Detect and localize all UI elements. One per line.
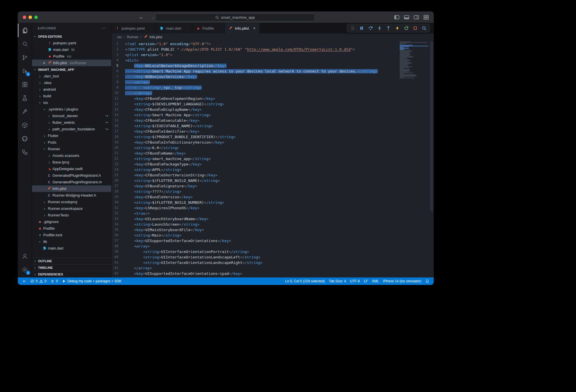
status-encoding[interactable]: UTF-8 [348, 277, 362, 285]
minimize-window-button[interactable] [29, 16, 32, 19]
status-cursor-position[interactable]: Ln 5, Col 5 (229 selected) [283, 277, 327, 285]
code-line[interactable]: 43 <key>UISupportedInterfaceOrientations… [112, 271, 396, 276]
debug-hot-reload-button[interactable] [395, 26, 400, 31]
tree-item-main-dart[interactable]: main.dart [32, 245, 111, 252]
tree-item-flutter[interactable]: ›Flutter [32, 132, 111, 139]
code-line[interactable]: 39 <string>UIInterfaceOrientationPortrai… [112, 249, 396, 254]
tree-item-path-provider-foundation[interactable]: ›path_provider_foundation↪ [32, 126, 111, 132]
code-line[interactable]: 30 <string>$(FLUTTER_BUILD_NUMBER)</stri… [112, 200, 396, 205]
code-line[interactable]: 26 <string>$(FLUTTER_BUILD_NAME)</string… [112, 178, 396, 183]
debug-inspect-button[interactable] [422, 26, 426, 31]
activity-settings[interactable]: 1 [18, 263, 32, 276]
code-line[interactable]: 34 <string>LaunchScreen</string> [112, 222, 396, 227]
code-line[interactable]: 31 <key>LSRequiresIPhoneOS</key> [112, 205, 396, 211]
code-line[interactable]: 27 <key>CFBundleSignature</key> [112, 183, 396, 189]
code-line[interactable]: 25 <key>CFBundleShortVersionString</key> [112, 172, 396, 178]
code-line[interactable]: 2<!DOCTYPE plist PUBLIC "-//Apple//DTD P… [112, 47, 396, 52]
tree-item-idea[interactable]: ›.idea [32, 79, 111, 86]
status-eol[interactable]: LF [362, 277, 370, 285]
code-line[interactable]: 12 <string>$(DEVELOPMENT_LANGUAGE)</stri… [112, 101, 396, 107]
workspace-header[interactable]: › SMART_MACHINE_APP [32, 66, 111, 73]
tree-item-base-lproj[interactable]: ›Base.lproj [32, 159, 111, 165]
activity-containers[interactable] [18, 118, 32, 132]
code-line[interactable]: 9····→ <string>_rpc._tcp</string> [112, 85, 396, 90]
section-timeline[interactable]: ›TIMELINE [32, 264, 111, 271]
go-back-button[interactable]: ← [139, 14, 144, 20]
code-line[interactable]: 8····<array> [112, 79, 396, 85]
activity-accounts[interactable] [18, 249, 32, 263]
debug-drag-handle-button[interactable] [350, 26, 355, 31]
status-debug-configuration[interactable]: Debug my code + packages + SDK [60, 277, 123, 285]
code-line[interactable]: 15 <key>CFBundleExecutable</key> [112, 118, 396, 123]
tree-item-runner-xcodeproj[interactable]: ›Runner.xcodeproj [32, 199, 111, 205]
section-dependencies[interactable]: ›DEPENDENCIES [32, 271, 111, 277]
tab-main-dart[interactable]: main.dart× [156, 23, 192, 33]
code-line[interactable]: 20 <string>6.0</string> [112, 145, 396, 151]
tree-item-info-plist[interactable]: Info.plist [32, 185, 111, 192]
breadcrumb-info-plist[interactable]: Info.plist [143, 35, 162, 39]
code-line[interactable]: 23 <key>CFBundlePackageType</key> [112, 161, 396, 167]
debug-step-into-button[interactable] [377, 26, 382, 31]
code-line[interactable]: 21 <key>CFBundleName</key> [112, 151, 396, 156]
code-line[interactable]: 7····<key>NSBonjourServices</key> [112, 74, 396, 79]
activity-tools[interactable] [18, 105, 32, 118]
close-editor-button[interactable]: × [42, 61, 46, 65]
status-problems[interactable]: 00 [28, 277, 48, 285]
tree-item-build[interactable]: ›build [32, 93, 111, 99]
activity-github[interactable] [18, 132, 32, 145]
editor-content[interactable]: 1<?xml version="1.0" encoding="UTF-8"?>2… [112, 41, 396, 276]
more-actions-button[interactable]: ⋯ [102, 26, 106, 31]
debug-pause-button[interactable] [359, 26, 364, 31]
activity-extensions[interactable] [18, 78, 32, 91]
tree-item-flutter-webrtc[interactable]: ›flutter_webrtc↪ [32, 119, 111, 126]
go-forward-button[interactable]: → [150, 14, 155, 20]
tree-item-podfile[interactable]: ◆Podfile [32, 225, 111, 232]
code-line[interactable]: 37 <key>UISupportedInterfaceOrientations… [112, 238, 396, 243]
status-ports[interactable]: 0 [48, 277, 60, 285]
code-line[interactable]: 11 <key>CFBundleDevelopmentRegion</key> [112, 96, 396, 101]
status-indentation[interactable]: Tab Size: 4 [327, 277, 348, 285]
debug-stop-button[interactable] [413, 26, 418, 31]
code-line[interactable]: 5 <key>NSLocalNetworkUsageDescription</k… [112, 63, 396, 68]
tree-item-runnertests[interactable]: ›RunnerTests [32, 212, 111, 218]
tree-item-appdelegate-swift[interactable]: AppDelegate.swift [32, 165, 111, 172]
editor-scrollbar[interactable] [430, 41, 434, 277]
code-line[interactable]: 1<?xml version="1.0" encoding="UTF-8"?> [112, 41, 396, 47]
breadcrumb-runner[interactable]: Runner [127, 35, 138, 39]
code-line[interactable]: 24 <string>APPL</string> [112, 167, 396, 172]
tree-item-ios[interactable]: ›ios [32, 99, 111, 106]
editor[interactable]: 1<?xml version="1.0" encoding="UTF-8"?>2… [112, 41, 434, 277]
open-editor-info-plist[interactable]: ×Info.plistios/Runner [32, 60, 111, 66]
code-line[interactable]: 6····<string>Smart Machine App requires … [112, 68, 396, 74]
tab-podfile[interactable]: ◆Podfile× [192, 23, 225, 33]
open-editors-header[interactable]: › OPEN EDITORS [32, 33, 111, 40]
code-line[interactable]: 36 <string>Main</string> [112, 233, 396, 238]
toggle-secondary-sidebar-button[interactable] [413, 14, 419, 20]
code-line[interactable]: 42 </array> [112, 265, 396, 271]
debug-step-over-button[interactable] [368, 26, 373, 31]
tree-item-android[interactable]: ›android [32, 86, 111, 93]
tree-item-bonsoir-darwin[interactable]: ›bonsoir_darwin↪ [32, 113, 111, 119]
toggle-panel-button[interactable] [404, 14, 409, 20]
tree-item-dart-tool[interactable]: ›.dart_tool [32, 73, 111, 79]
open-editor-main-dart[interactable]: main.dartlib [32, 46, 111, 53]
minimap[interactable] [400, 41, 429, 79]
code-line[interactable]: 16 <string>$(EXECUTABLE_NAME)</string> [112, 123, 396, 129]
command-center-search[interactable]: smart_machine_app [155, 14, 315, 21]
status-notifications[interactable] [423, 277, 431, 285]
tree-item-gitignore[interactable]: ◆.gitignore [32, 218, 111, 225]
status-remote-indicator[interactable] [20, 277, 28, 285]
customize-layout-button[interactable] [423, 14, 429, 20]
code-line[interactable]: 32 <true/> [112, 211, 396, 216]
code-line[interactable]: 14 <string>Smart Machine App</string> [112, 112, 396, 118]
scrollbar-thumb[interactable] [430, 41, 433, 212]
tree-item-lib[interactable]: ›lib [32, 238, 111, 245]
close-tab-icon[interactable]: × [252, 26, 257, 31]
code-line[interactable]: 22 <string>smart_machine_app</string> [112, 156, 396, 161]
code-line[interactable]: 19 <key>CFBundleInfoDictionaryVersion</k… [112, 140, 396, 145]
code-line[interactable]: 38 <array> [112, 243, 396, 249]
tree-item-assets-xcassets[interactable]: ›Assets.xcassets [32, 152, 111, 159]
code-line[interactable]: 4<dict> [112, 58, 396, 63]
tree-item-podfile-lock[interactable]: ≡Podfile.lock [32, 232, 111, 238]
tree-item-runner-xcworkspace[interactable]: ›Runner.xcworkspace [32, 205, 111, 212]
